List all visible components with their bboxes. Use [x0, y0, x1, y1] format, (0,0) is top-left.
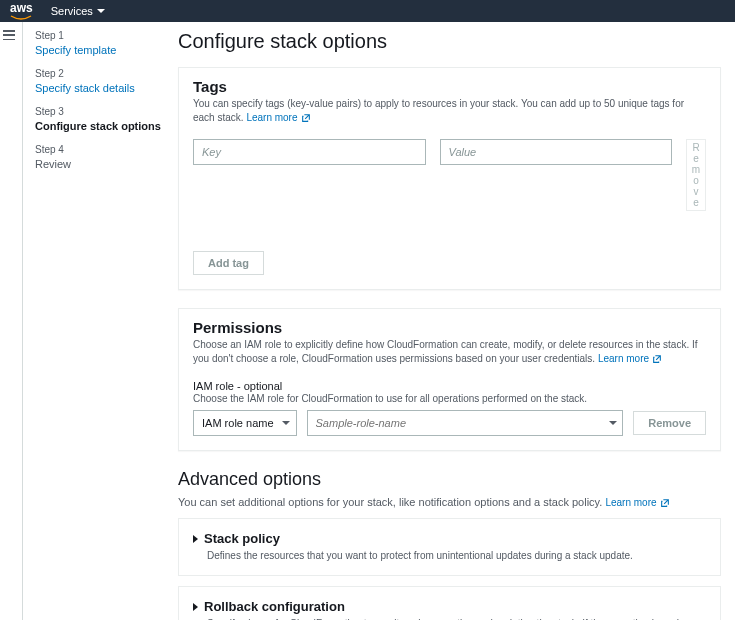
- tags-heading: Tags: [193, 78, 706, 95]
- caret-right-icon: [193, 535, 198, 543]
- step-1[interactable]: Step 1 Specify template: [35, 30, 166, 56]
- caret-down-icon: [282, 421, 290, 425]
- permissions-learn-more-link[interactable]: Learn more: [598, 352, 662, 366]
- step-label: Step 2: [35, 68, 166, 79]
- tags-panel: Tags You can specify tags (key-value pai…: [178, 67, 721, 290]
- hamburger-icon[interactable]: [3, 30, 15, 40]
- add-tag-button[interactable]: Add tag: [193, 251, 264, 275]
- step-title: Specify template: [35, 44, 166, 56]
- permissions-heading: Permissions: [193, 319, 706, 336]
- tag-remove-button[interactable]: R e m o v e: [686, 139, 706, 211]
- step-label: Step 3: [35, 106, 166, 117]
- tags-desc: You can specify tags (key-value pairs) t…: [193, 97, 706, 125]
- external-link-icon: [652, 354, 662, 364]
- advanced-heading: Advanced options: [178, 469, 721, 490]
- advanced-learn-more-link[interactable]: Learn more: [605, 497, 669, 508]
- content-area: Configure stack options Tags You can spe…: [178, 30, 721, 620]
- expander-rollback-config: Rollback configuration Specify alarms fo…: [178, 586, 721, 620]
- tags-learn-more-link[interactable]: Learn more: [246, 111, 310, 125]
- step-4[interactable]: Step 4 Review: [35, 144, 166, 170]
- services-label: Services: [51, 5, 93, 17]
- step-2[interactable]: Step 2 Specify stack details: [35, 68, 166, 94]
- services-menu[interactable]: Services: [51, 5, 105, 17]
- tag-row: R e m o v e: [193, 139, 706, 211]
- iam-role-desc: Choose the IAM role for CloudFormation t…: [193, 393, 706, 404]
- expander-toggle[interactable]: Stack policy: [193, 531, 706, 546]
- wizard-steps: Step 1 Specify template Step 2 Specify s…: [23, 30, 178, 620]
- select-value: IAM role name: [202, 417, 274, 429]
- step-label: Step 4: [35, 144, 166, 155]
- tag-value-input[interactable]: [440, 139, 673, 165]
- step-title: Specify stack details: [35, 82, 166, 94]
- step-3[interactable]: Step 3 Configure stack options: [35, 106, 166, 132]
- expander-title: Stack policy: [204, 531, 280, 546]
- external-link-icon: [301, 113, 311, 123]
- expander-desc: Defines the resources that you want to p…: [207, 549, 706, 563]
- permissions-desc: Choose an IAM role to explicitly define …: [193, 338, 706, 366]
- aws-logo-text: aws: [10, 1, 33, 15]
- step-title: Review: [35, 158, 166, 170]
- caret-right-icon: [193, 603, 198, 611]
- iam-role-type-select[interactable]: IAM role name: [193, 410, 297, 436]
- iam-role-label: IAM role - optional: [193, 380, 706, 392]
- advanced-desc: You can set additional options for your …: [178, 496, 721, 508]
- step-label: Step 1: [35, 30, 166, 41]
- page-title: Configure stack options: [178, 30, 721, 53]
- top-navigation: aws Services: [0, 0, 735, 22]
- permissions-panel: Permissions Choose an IAM role to explic…: [178, 308, 721, 451]
- external-link-icon: [660, 498, 670, 508]
- side-strip: [0, 22, 22, 620]
- expander-title: Rollback configuration: [204, 599, 345, 614]
- remove-role-button[interactable]: Remove: [633, 411, 706, 435]
- expander-stack-policy: Stack policy Defines the resources that …: [178, 518, 721, 576]
- step-title: Configure stack options: [35, 120, 166, 132]
- aws-logo[interactable]: aws: [10, 1, 33, 21]
- tag-key-input[interactable]: [193, 139, 426, 165]
- aws-smile-icon: [10, 15, 32, 21]
- iam-role-name-input[interactable]: [307, 410, 624, 436]
- expander-toggle[interactable]: Rollback configuration: [193, 599, 706, 614]
- caret-down-icon: [97, 9, 105, 13]
